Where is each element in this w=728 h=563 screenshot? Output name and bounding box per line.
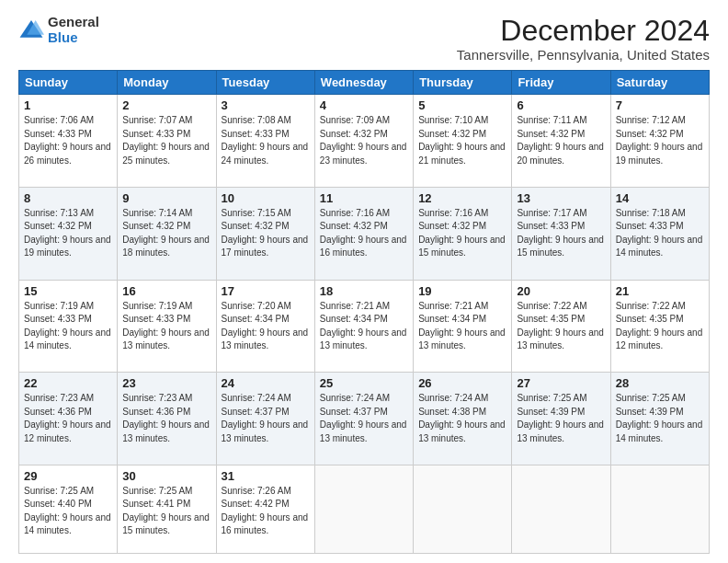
calendar-cell: 3 Sunrise: 7:08 AM Sunset: 4:33 PM Dayli…: [216, 95, 314, 188]
day-info: Sunrise: 7:10 AM Sunset: 4:32 PM Dayligh…: [418, 115, 506, 166]
col-header-tuesday: Tuesday: [216, 71, 314, 95]
page: General Blue December 2024 Tannersville,…: [0, 0, 728, 563]
logo-general: General: [48, 15, 99, 30]
calendar-cell: 23 Sunrise: 7:23 AM Sunset: 4:36 PM Dayl…: [118, 373, 216, 465]
calendar-cell: 31 Sunrise: 7:26 AM Sunset: 4:42 PM Dayl…: [216, 465, 314, 553]
logo-blue: Blue: [48, 30, 99, 46]
day-number: 8: [24, 191, 112, 205]
col-header-thursday: Thursday: [414, 71, 512, 95]
day-number: 13: [517, 191, 605, 205]
calendar-cell: 29 Sunrise: 7:25 AM Sunset: 4:40 PM Dayl…: [19, 465, 118, 553]
day-number: 15: [24, 284, 112, 298]
day-number: 10: [222, 191, 310, 205]
day-info: Sunrise: 7:24 AM Sunset: 4:37 PM Dayligh…: [320, 393, 407, 443]
day-info: Sunrise: 7:21 AM Sunset: 4:34 PM Dayligh…: [418, 301, 506, 351]
day-number: 20: [517, 284, 605, 298]
day-number: 26: [418, 376, 506, 390]
day-number: 5: [418, 98, 506, 112]
day-number: 27: [517, 376, 605, 390]
day-info: Sunrise: 7:07 AM Sunset: 4:33 PM Dayligh…: [122, 115, 210, 166]
day-info: Sunrise: 7:24 AM Sunset: 4:38 PM Dayligh…: [418, 393, 506, 443]
day-info: Sunrise: 7:09 AM Sunset: 4:32 PM Dayligh…: [320, 115, 407, 166]
logo-icon: [18, 17, 44, 43]
calendar-cell: 2 Sunrise: 7:07 AM Sunset: 4:33 PM Dayli…: [118, 95, 216, 188]
day-number: 23: [122, 376, 210, 390]
day-number: 17: [222, 284, 310, 298]
calendar-cell: 11 Sunrise: 7:16 AM Sunset: 4:32 PM Dayl…: [314, 187, 413, 280]
day-info: Sunrise: 7:11 AM Sunset: 4:32 PM Dayligh…: [517, 115, 604, 166]
day-info: Sunrise: 7:19 AM Sunset: 4:33 PM Dayligh…: [122, 301, 210, 351]
calendar-cell: 24 Sunrise: 7:24 AM Sunset: 4:37 PM Dayl…: [216, 373, 314, 465]
header: General Blue December 2024 Tannersville,…: [18, 15, 710, 63]
col-header-friday: Friday: [512, 71, 610, 95]
day-info: Sunrise: 7:19 AM Sunset: 4:33 PM Dayligh…: [24, 301, 111, 351]
calendar-cell: 6 Sunrise: 7:11 AM Sunset: 4:32 PM Dayli…: [512, 95, 610, 188]
day-number: 30: [122, 469, 210, 483]
day-info: Sunrise: 7:16 AM Sunset: 4:32 PM Dayligh…: [320, 208, 407, 259]
calendar-cell: 19 Sunrise: 7:21 AM Sunset: 4:34 PM Dayl…: [414, 280, 512, 373]
main-title: December 2024: [457, 15, 710, 47]
calendar-cell: 5 Sunrise: 7:10 AM Sunset: 4:32 PM Dayli…: [414, 95, 512, 188]
calendar-cell: 20 Sunrise: 7:22 AM Sunset: 4:35 PM Dayl…: [512, 280, 610, 373]
day-info: Sunrise: 7:24 AM Sunset: 4:37 PM Dayligh…: [222, 393, 309, 443]
title-block: December 2024 Tannersville, Pennsylvania…: [457, 15, 710, 63]
day-number: 4: [320, 98, 408, 112]
day-info: Sunrise: 7:21 AM Sunset: 4:34 PM Dayligh…: [320, 301, 407, 351]
day-number: 2: [122, 98, 210, 112]
calendar-cell: 8 Sunrise: 7:13 AM Sunset: 4:32 PM Dayli…: [19, 187, 118, 280]
calendar-cell: 12 Sunrise: 7:16 AM Sunset: 4:32 PM Dayl…: [414, 187, 512, 280]
calendar-cell: 22 Sunrise: 7:23 AM Sunset: 4:36 PM Dayl…: [19, 373, 118, 465]
day-info: Sunrise: 7:16 AM Sunset: 4:32 PM Dayligh…: [418, 208, 506, 259]
calendar-cell: 17 Sunrise: 7:20 AM Sunset: 4:34 PM Dayl…: [216, 280, 314, 373]
calendar-cell: 30 Sunrise: 7:25 AM Sunset: 4:41 PM Dayl…: [118, 465, 216, 553]
day-number: 16: [122, 284, 210, 298]
day-info: Sunrise: 7:13 AM Sunset: 4:32 PM Dayligh…: [24, 208, 111, 259]
logo-text: General Blue: [48, 15, 99, 45]
day-number: 12: [418, 191, 506, 205]
day-info: Sunrise: 7:15 AM Sunset: 4:32 PM Dayligh…: [222, 208, 309, 259]
day-info: Sunrise: 7:22 AM Sunset: 4:35 PM Dayligh…: [616, 301, 703, 351]
calendar-cell: 25 Sunrise: 7:24 AM Sunset: 4:37 PM Dayl…: [314, 373, 413, 465]
day-info: Sunrise: 7:25 AM Sunset: 4:40 PM Dayligh…: [24, 486, 111, 536]
day-number: 31: [222, 469, 310, 483]
day-number: 19: [418, 284, 506, 298]
calendar-cell: 16 Sunrise: 7:19 AM Sunset: 4:33 PM Dayl…: [118, 280, 216, 373]
day-info: Sunrise: 7:23 AM Sunset: 4:36 PM Dayligh…: [122, 393, 210, 443]
calendar-cell: 10 Sunrise: 7:15 AM Sunset: 4:32 PM Dayl…: [216, 187, 314, 280]
day-info: Sunrise: 7:22 AM Sunset: 4:35 PM Dayligh…: [517, 301, 604, 351]
day-info: Sunrise: 7:08 AM Sunset: 4:33 PM Dayligh…: [222, 115, 309, 166]
day-info: Sunrise: 7:12 AM Sunset: 4:32 PM Dayligh…: [616, 115, 703, 166]
calendar-cell: 7 Sunrise: 7:12 AM Sunset: 4:32 PM Dayli…: [610, 95, 709, 188]
day-info: Sunrise: 7:25 AM Sunset: 4:39 PM Dayligh…: [616, 393, 703, 443]
col-header-saturday: Saturday: [610, 71, 709, 95]
day-number: 7: [616, 98, 704, 112]
col-header-sunday: Sunday: [19, 71, 118, 95]
day-info: Sunrise: 7:18 AM Sunset: 4:33 PM Dayligh…: [616, 208, 703, 259]
day-number: 11: [320, 191, 408, 205]
subtitle: Tannersville, Pennsylvania, United State…: [457, 47, 710, 63]
logo: General Blue: [18, 15, 99, 45]
calendar-cell: 4 Sunrise: 7:09 AM Sunset: 4:32 PM Dayli…: [314, 95, 413, 188]
calendar-cell: [610, 465, 709, 553]
day-number: 6: [517, 98, 605, 112]
day-number: 29: [24, 469, 112, 483]
day-info: Sunrise: 7:06 AM Sunset: 4:33 PM Dayligh…: [24, 115, 111, 166]
day-number: 9: [122, 191, 210, 205]
calendar-cell: [314, 465, 413, 553]
day-number: 24: [222, 376, 310, 390]
day-number: 1: [24, 98, 112, 112]
calendar-cell: 26 Sunrise: 7:24 AM Sunset: 4:38 PM Dayl…: [414, 373, 512, 465]
calendar-cell: 14 Sunrise: 7:18 AM Sunset: 4:33 PM Dayl…: [610, 187, 709, 280]
day-info: Sunrise: 7:25 AM Sunset: 4:41 PM Dayligh…: [122, 486, 210, 536]
calendar-cell: 1 Sunrise: 7:06 AM Sunset: 4:33 PM Dayli…: [19, 95, 118, 188]
day-info: Sunrise: 7:17 AM Sunset: 4:33 PM Dayligh…: [517, 208, 604, 259]
day-info: Sunrise: 7:26 AM Sunset: 4:42 PM Dayligh…: [222, 486, 309, 536]
day-info: Sunrise: 7:14 AM Sunset: 4:32 PM Dayligh…: [122, 208, 210, 259]
day-number: 28: [616, 376, 704, 390]
day-number: 18: [320, 284, 408, 298]
calendar-cell: 21 Sunrise: 7:22 AM Sunset: 4:35 PM Dayl…: [610, 280, 709, 373]
calendar-table: SundayMondayTuesdayWednesdayThursdayFrid…: [18, 70, 710, 554]
day-info: Sunrise: 7:20 AM Sunset: 4:34 PM Dayligh…: [222, 301, 309, 351]
day-number: 3: [222, 98, 310, 112]
calendar-cell: 28 Sunrise: 7:25 AM Sunset: 4:39 PM Dayl…: [610, 373, 709, 465]
